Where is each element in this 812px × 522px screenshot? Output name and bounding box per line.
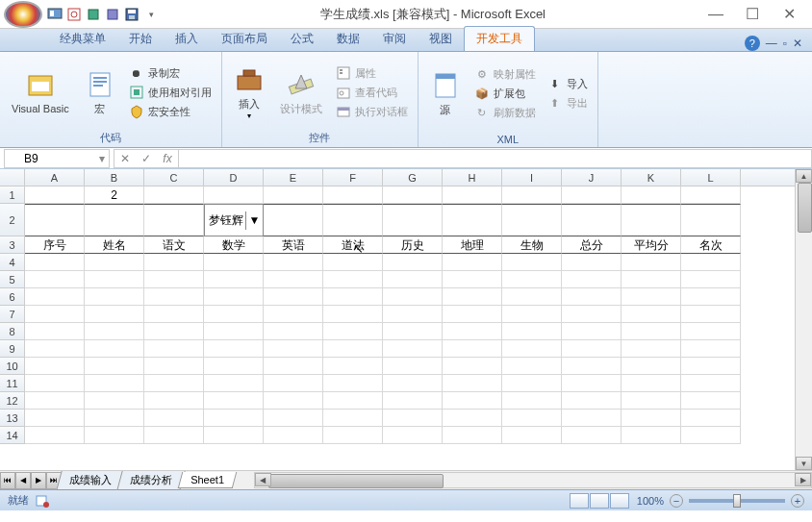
cell-E2[interactable] (264, 204, 323, 236)
cell-F1[interactable] (323, 186, 383, 204)
cell-L6[interactable] (681, 288, 741, 306)
cell-K14[interactable] (622, 427, 681, 444)
cell-J2[interactable] (562, 204, 622, 236)
cell-C7[interactable] (144, 306, 204, 323)
zoom-thumb[interactable] (733, 494, 741, 508)
cell-B14[interactable] (85, 427, 144, 444)
row-header-10[interactable]: 10 (0, 358, 25, 375)
tab-home[interactable]: 开始 (117, 27, 164, 51)
cell-G13[interactable] (383, 410, 443, 427)
cell-J5[interactable] (562, 271, 622, 288)
cell-B5[interactable] (85, 271, 144, 288)
cell-C11[interactable] (144, 375, 204, 392)
tab-view[interactable]: 视图 (418, 27, 464, 51)
cell-L5[interactable] (681, 271, 741, 288)
record-macro-button[interactable]: ⏺录制宏 (125, 64, 216, 82)
cell-A9[interactable] (25, 340, 85, 358)
save-icon[interactable] (123, 6, 140, 23)
zoom-in-button[interactable]: + (791, 494, 804, 508)
cell-A1[interactable] (25, 186, 85, 204)
cell-F12[interactable] (323, 392, 383, 410)
cell-I4[interactable] (502, 254, 562, 271)
ribbon-minimize-icon[interactable]: — (766, 37, 777, 50)
cell-E6[interactable] (264, 288, 323, 306)
tab-review[interactable]: 审阅 (371, 27, 418, 51)
col-header-D[interactable]: D (204, 169, 264, 186)
row-header-8[interactable]: 8 (0, 323, 25, 340)
expansion-pack-button[interactable]: 📦扩展包 (470, 86, 540, 103)
col-header-F[interactable]: F (323, 169, 383, 186)
cell-A13[interactable] (25, 410, 85, 427)
cell-L14[interactable] (681, 427, 741, 444)
col-header-C[interactable]: C (144, 169, 204, 186)
cell-F11[interactable] (323, 375, 383, 392)
office-button[interactable] (4, 1, 42, 28)
cell-G11[interactable] (383, 375, 443, 392)
col-header-E[interactable]: E (264, 169, 323, 186)
cell-H5[interactable] (443, 271, 502, 288)
cell-F3[interactable]: 道法↖ (323, 236, 383, 254)
col-header-K[interactable]: K (622, 169, 681, 186)
sheet-tab-0[interactable]: 成绩输入 (56, 471, 124, 490)
scroll-left-button[interactable]: ◀ (255, 473, 271, 486)
horizontal-scrollbar[interactable]: ◀ ▶ (254, 472, 812, 488)
cell-B1[interactable]: 2 (85, 186, 144, 204)
row-header-1[interactable]: 1 (0, 186, 25, 204)
cell-E14[interactable] (264, 427, 323, 444)
cell-A11[interactable] (25, 375, 85, 392)
cell-G7[interactable] (383, 306, 443, 323)
qat-icon-3[interactable] (85, 6, 102, 23)
cell-A3[interactable]: 序号 (25, 236, 85, 254)
view-pagebreak[interactable] (610, 493, 629, 509)
qat-icon-2[interactable] (65, 6, 83, 23)
design-mode-button[interactable]: 设计模式 (274, 56, 328, 129)
cell-B10[interactable] (85, 358, 144, 375)
refresh-data-button[interactable]: ↻刷新数据 (470, 105, 540, 122)
sheet-nav-prev[interactable]: ◀ (15, 472, 31, 489)
cell-A6[interactable] (25, 288, 85, 306)
minimize-button[interactable]: — (706, 5, 725, 24)
cell-C13[interactable] (144, 410, 204, 427)
cell-D2[interactable]: 梦钰辉▼ (204, 204, 264, 236)
cell-J9[interactable] (562, 340, 622, 358)
cell-K8[interactable] (622, 323, 681, 340)
cell-E9[interactable] (264, 340, 323, 358)
cell-B4[interactable] (85, 254, 144, 271)
cell-K5[interactable] (622, 271, 681, 288)
row-header-13[interactable]: 13 (0, 410, 25, 427)
row-header-6[interactable]: 6 (0, 288, 25, 306)
cell-K1[interactable] (622, 186, 681, 204)
cell-L1[interactable] (681, 186, 741, 204)
ribbon-close-icon[interactable]: ✕ (793, 37, 802, 50)
cell-J3[interactable]: 总分 (562, 236, 622, 254)
tab-data[interactable]: 数据 (325, 27, 371, 51)
scroll-right-button[interactable]: ▶ (795, 473, 811, 486)
cell-A4[interactable] (25, 254, 85, 271)
ribbon-restore-icon[interactable]: ▫ (783, 37, 787, 50)
cell-C12[interactable] (144, 392, 204, 410)
cell-E4[interactable] (264, 254, 323, 271)
cell-E13[interactable] (264, 410, 323, 427)
cell-J14[interactable] (562, 427, 622, 444)
name-box[interactable]: B9 (4, 149, 110, 168)
cell-I9[interactable] (502, 340, 562, 358)
sheet-tab-1[interactable]: 成绩分析 (116, 471, 185, 490)
view-layout[interactable] (590, 493, 609, 509)
cell-L10[interactable] (681, 358, 741, 375)
view-normal[interactable] (570, 493, 589, 509)
col-header-G[interactable]: G (383, 169, 443, 186)
cell-E8[interactable] (264, 323, 323, 340)
cell-H11[interactable] (443, 375, 502, 392)
cell-A2[interactable] (25, 204, 85, 236)
qat-icon-4[interactable] (104, 6, 121, 23)
cell-D7[interactable] (204, 306, 264, 323)
row-header-2[interactable]: 2 (0, 204, 25, 236)
cell-F14[interactable] (323, 427, 383, 444)
cell-F4[interactable] (323, 254, 383, 271)
cell-K2[interactable] (622, 204, 681, 236)
insert-control-button[interactable]: 插入 ▾ (228, 56, 270, 129)
cell-G9[interactable] (383, 340, 443, 358)
cell-F8[interactable] (323, 323, 383, 340)
scroll-up-button[interactable]: ▲ (796, 169, 812, 183)
row-header-11[interactable]: 11 (0, 375, 25, 392)
